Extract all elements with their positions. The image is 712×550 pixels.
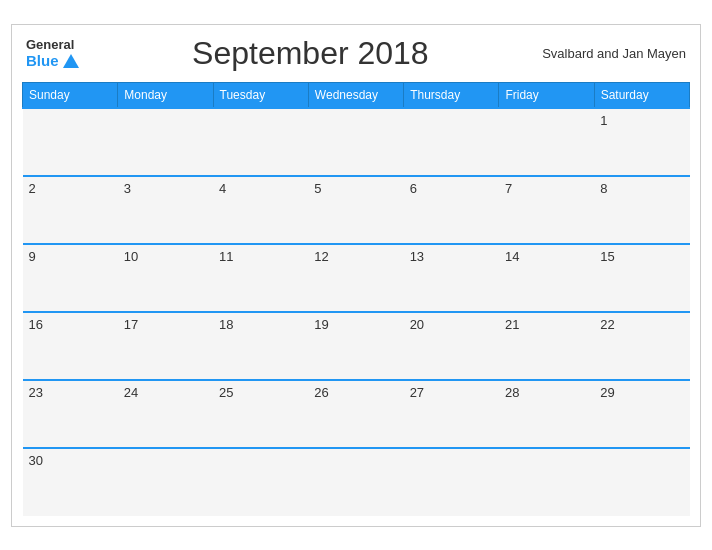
calendar-day-cell: 1 (594, 108, 689, 176)
day-number: 16 (29, 317, 43, 332)
calendar-day-cell: 26 (308, 380, 403, 448)
day-number: 2 (29, 181, 36, 196)
day-number: 25 (219, 385, 233, 400)
day-number: 27 (410, 385, 424, 400)
day-number: 5 (314, 181, 321, 196)
day-number: 15 (600, 249, 614, 264)
calendar-title: September 2018 (79, 35, 543, 72)
calendar-day-cell: 21 (499, 312, 594, 380)
day-number: 22 (600, 317, 614, 332)
logo-area: General Blue (26, 37, 79, 69)
calendar-day-cell: 8 (594, 176, 689, 244)
calendar-day-cell: 11 (213, 244, 308, 312)
day-number: 3 (124, 181, 131, 196)
day-number: 26 (314, 385, 328, 400)
calendar-day-cell: 30 (23, 448, 118, 516)
day-number: 7 (505, 181, 512, 196)
calendar-day-cell (213, 108, 308, 176)
header-friday: Friday (499, 82, 594, 108)
calendar-day-cell (499, 108, 594, 176)
region-label: Svalbard and Jan Mayen (542, 46, 686, 61)
calendar-day-cell: 6 (404, 176, 499, 244)
calendar-day-cell: 28 (499, 380, 594, 448)
logo-triangle-icon (63, 54, 79, 68)
calendar-day-cell: 14 (499, 244, 594, 312)
calendar-week-row: 16171819202122 (23, 312, 690, 380)
weekday-header-row: Sunday Monday Tuesday Wednesday Thursday… (23, 82, 690, 108)
day-number: 10 (124, 249, 138, 264)
calendar-day-cell (213, 448, 308, 516)
calendar-container: General Blue September 2018 Svalbard and… (11, 24, 701, 527)
calendar-week-row: 2345678 (23, 176, 690, 244)
day-number: 13 (410, 249, 424, 264)
calendar-header: General Blue September 2018 Svalbard and… (22, 35, 690, 72)
header-wednesday: Wednesday (308, 82, 403, 108)
day-number: 21 (505, 317, 519, 332)
header-saturday: Saturday (594, 82, 689, 108)
calendar-week-row: 30 (23, 448, 690, 516)
calendar-day-cell (308, 108, 403, 176)
logo-blue-text: Blue (26, 52, 79, 69)
calendar-day-cell: 12 (308, 244, 403, 312)
day-number: 11 (219, 249, 233, 264)
calendar-day-cell: 16 (23, 312, 118, 380)
calendar-day-cell: 5 (308, 176, 403, 244)
day-number: 19 (314, 317, 328, 332)
calendar-day-cell: 7 (499, 176, 594, 244)
calendar-day-cell: 20 (404, 312, 499, 380)
calendar-day-cell: 19 (308, 312, 403, 380)
day-number: 28 (505, 385, 519, 400)
calendar-day-cell: 3 (118, 176, 213, 244)
calendar-day-cell (308, 448, 403, 516)
header-monday: Monday (118, 82, 213, 108)
day-number: 29 (600, 385, 614, 400)
calendar-day-cell (118, 108, 213, 176)
day-number: 12 (314, 249, 328, 264)
calendar-day-cell: 15 (594, 244, 689, 312)
day-number: 17 (124, 317, 138, 332)
header-thursday: Thursday (404, 82, 499, 108)
day-number: 24 (124, 385, 138, 400)
day-number: 1 (600, 113, 607, 128)
calendar-day-cell: 9 (23, 244, 118, 312)
calendar-day-cell: 18 (213, 312, 308, 380)
day-number: 20 (410, 317, 424, 332)
calendar-day-cell: 23 (23, 380, 118, 448)
calendar-grid: Sunday Monday Tuesday Wednesday Thursday… (22, 82, 690, 516)
calendar-day-cell: 27 (404, 380, 499, 448)
calendar-day-cell: 2 (23, 176, 118, 244)
calendar-day-cell (404, 448, 499, 516)
day-number: 14 (505, 249, 519, 264)
day-number: 9 (29, 249, 36, 264)
calendar-day-cell: 10 (118, 244, 213, 312)
calendar-day-cell (118, 448, 213, 516)
calendar-week-row: 23242526272829 (23, 380, 690, 448)
calendar-day-cell (594, 448, 689, 516)
day-number: 30 (29, 453, 43, 468)
day-number: 23 (29, 385, 43, 400)
day-number: 18 (219, 317, 233, 332)
calendar-day-cell: 22 (594, 312, 689, 380)
calendar-day-cell: 24 (118, 380, 213, 448)
header-sunday: Sunday (23, 82, 118, 108)
calendar-day-cell: 13 (404, 244, 499, 312)
day-number: 6 (410, 181, 417, 196)
calendar-day-cell: 25 (213, 380, 308, 448)
calendar-day-cell (404, 108, 499, 176)
calendar-day-cell (499, 448, 594, 516)
calendar-day-cell (23, 108, 118, 176)
day-number: 4 (219, 181, 226, 196)
logo-general-text: General (26, 37, 74, 52)
calendar-day-cell: 4 (213, 176, 308, 244)
day-number: 8 (600, 181, 607, 196)
calendar-day-cell: 29 (594, 380, 689, 448)
calendar-week-row: 1 (23, 108, 690, 176)
calendar-week-row: 9101112131415 (23, 244, 690, 312)
header-tuesday: Tuesday (213, 82, 308, 108)
calendar-day-cell: 17 (118, 312, 213, 380)
